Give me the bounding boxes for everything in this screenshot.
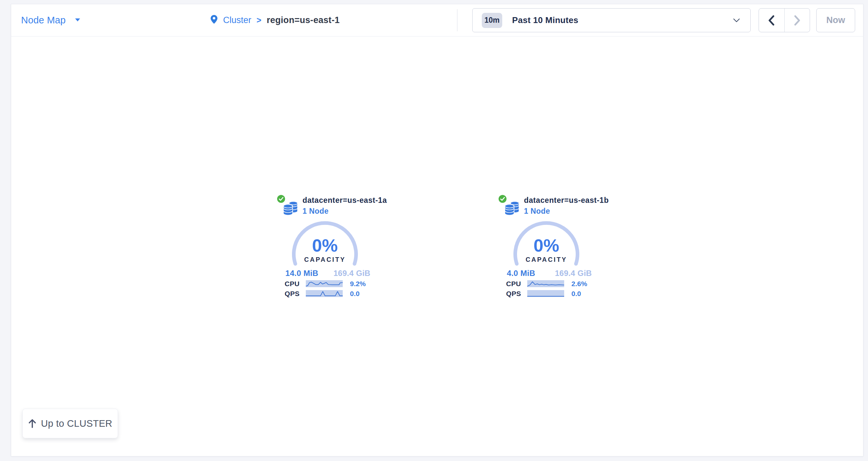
cpu-label: CPU <box>256 280 300 288</box>
caret-down-icon <box>75 17 81 23</box>
chevron-right-icon <box>794 15 801 26</box>
time-prev-button[interactable] <box>759 8 784 32</box>
cpu-sparkline <box>527 280 564 287</box>
cpu-label: CPU <box>477 280 521 288</box>
time-nav-group <box>758 8 810 32</box>
breadcrumb: Cluster > region=us-east-1 <box>210 4 340 36</box>
time-range-label: Past 10 Minutes <box>512 15 578 25</box>
time-range-badge: 10m <box>482 13 502 28</box>
qps-metric-row: QPS 0.0 <box>477 290 616 297</box>
datacenter-card-us-east-1b[interactable]: datacenter=us-east-1b 1 Node 0% CAPACITY… <box>477 194 616 306</box>
toolbar-divider <box>457 9 457 31</box>
datacenter-title: datacenter=us-east-1a <box>303 196 387 205</box>
now-button[interactable]: Now <box>816 8 855 32</box>
qps-metric-row: QPS 0.0 <box>256 290 394 297</box>
time-next-button[interactable] <box>784 8 810 32</box>
qps-value: 0.0 <box>350 290 360 297</box>
qps-label: QPS <box>477 290 521 297</box>
datacenter-title: datacenter=us-east-1b <box>524 196 609 205</box>
check-circle-icon <box>498 194 507 204</box>
toolbar: Node Map Cluster > region=us-east-1 10m … <box>11 4 863 37</box>
capacity-gauge: 0% CAPACITY <box>289 219 361 271</box>
view-selector-dropdown[interactable]: Node Map <box>21 4 81 36</box>
arrow-up-icon <box>28 419 37 428</box>
capacity-total: 169.4 GiB <box>555 269 592 278</box>
up-to-cluster-label: Up to CLUSTER <box>41 418 112 429</box>
cpu-value: 9.2% <box>350 280 366 288</box>
breadcrumb-current: region=us-east-1 <box>267 15 340 25</box>
capacity-gauge: 0% CAPACITY <box>510 219 583 271</box>
qps-sparkline <box>527 290 564 297</box>
capacity-label: CAPACITY <box>510 256 583 263</box>
chevron-down-icon <box>733 19 740 22</box>
cpu-metric-row: CPU 2.6% <box>477 280 616 288</box>
capacity-values: 14.0 MiB 169.4 GiB <box>285 269 370 278</box>
cpu-metric-row: CPU 9.2% <box>256 280 394 288</box>
view-selector-label: Node Map <box>21 15 66 26</box>
capacity-total: 169.4 GiB <box>334 269 370 278</box>
check-circle-icon <box>276 194 286 204</box>
up-to-cluster-button[interactable]: Up to CLUSTER <box>23 409 118 438</box>
capacity-percent: 0% <box>289 235 361 256</box>
datacenter-node-count: 1 Node <box>524 207 550 216</box>
node-map-panel: Node Map Cluster > region=us-east-1 10m … <box>11 4 863 456</box>
breadcrumb-cluster-link[interactable]: Cluster <box>223 15 251 25</box>
qps-label: QPS <box>256 290 300 297</box>
cpu-sparkline <box>306 280 343 287</box>
breadcrumb-separator: > <box>257 15 262 25</box>
capacity-values: 4.0 MiB 169.4 GiB <box>507 269 592 278</box>
chevron-left-icon <box>768 15 775 26</box>
capacity-label: CAPACITY <box>289 256 361 263</box>
qps-sparkline <box>306 290 343 297</box>
location-pin-icon <box>210 14 218 26</box>
cpu-value: 2.6% <box>571 280 587 288</box>
datacenter-card-us-east-1a[interactable]: datacenter=us-east-1a 1 Node 0% CAPACITY… <box>256 194 394 306</box>
datacenter-node-count: 1 Node <box>303 207 329 216</box>
capacity-used: 4.0 MiB <box>507 269 535 278</box>
capacity-percent: 0% <box>510 235 583 256</box>
time-range-dropdown[interactable]: 10m Past 10 Minutes <box>472 8 751 32</box>
qps-value: 0.0 <box>571 290 581 297</box>
capacity-used: 14.0 MiB <box>285 269 318 278</box>
